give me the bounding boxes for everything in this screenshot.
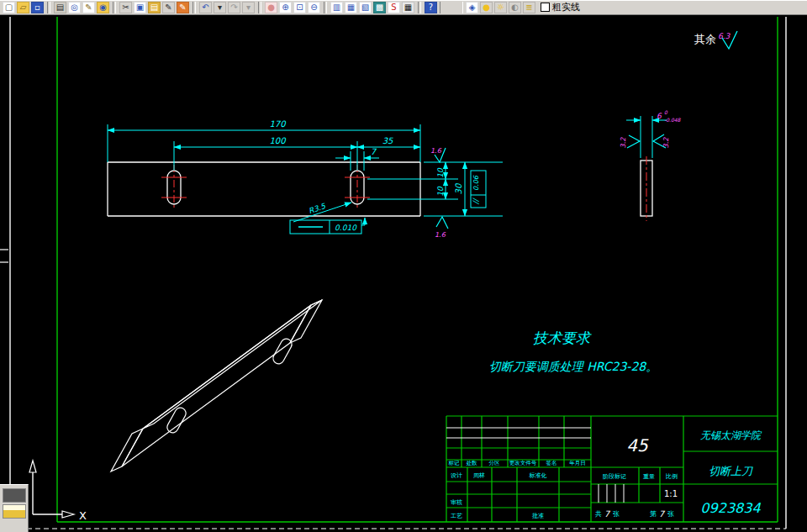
rev-header-count: 处数	[467, 460, 478, 466]
check-label: 审核	[451, 499, 462, 506]
publish-web-icon[interactable]: ◉	[97, 2, 109, 13]
drawing-sheet: 其余 6.3	[0, 17, 807, 532]
centerlines	[161, 165, 370, 210]
parallelism-frame: 0.06 //	[471, 171, 486, 208]
layer-color-swatch[interactable]	[541, 3, 550, 12]
surface-note-value: 6.3	[718, 32, 731, 40]
iso-slot-right	[272, 337, 294, 366]
layer-freeze-sun-icon[interactable]: ☼	[494, 2, 507, 13]
dim-radius: R3.5	[308, 202, 328, 215]
dim-length: 170	[269, 119, 287, 129]
sheet-page-prefix: 第	[650, 510, 657, 518]
rough-bottom-value: 1.6	[435, 231, 446, 239]
zoom-realtime-icon[interactable]: ⊕	[279, 2, 292, 13]
cut-icon[interactable]: ✂	[119, 2, 132, 13]
copy-icon[interactable]: ▣	[134, 2, 146, 13]
quick-calc-icon[interactable]: ▦	[402, 2, 414, 13]
sheet-total: 7	[604, 509, 611, 519]
organization-name: 无锡太湖学院	[700, 429, 762, 441]
undo-icon[interactable]: ↶	[199, 2, 212, 13]
standardization-label: 标准化	[529, 472, 547, 479]
layer-name-label[interactable]: 粗实线	[552, 1, 580, 13]
toolbar-separator	[440, 2, 463, 13]
cad-application-window: ▢▱▫▤◎✎◉✂▣▤✎✎↶▾↷▾●⊕⊡⊖▥▦▧▩S▦?◈●☼◐≣ 粗实线	[0, 0, 807, 532]
roughness-symbol-icon	[436, 217, 448, 229]
new-file-icon[interactable]: ▢	[3, 2, 15, 13]
dim-edge-offset: 35	[382, 136, 393, 145]
main-toolbar: ▢▱▫▤◎✎◉✂▣▤✎✎↶▾↷▾●⊕⊡⊖▥▦▧▩S▦?◈●☼◐≣ 粗实线	[0, 0, 807, 15]
dimension-lines	[108, 130, 465, 222]
toolbar-separator	[113, 2, 116, 13]
drawing-canvas[interactable]: 其余 6.3	[0, 17, 807, 532]
save-file-icon[interactable]: ▫	[31, 2, 44, 13]
part-name: 切断上刀	[709, 465, 753, 477]
properties-icon[interactable]: ▥	[330, 2, 343, 13]
process-label: 工艺	[451, 513, 462, 519]
redo-icon[interactable]: ↷	[228, 2, 240, 13]
dock-tool-icon[interactable]	[3, 488, 26, 503]
layer-on-bulb-icon[interactable]: ●	[480, 2, 493, 13]
layers-icon[interactable]: ◈	[466, 2, 478, 13]
paste-icon[interactable]: ▤	[148, 2, 161, 13]
design-signature: 周林	[473, 472, 485, 479]
ucs-icon: X	[29, 461, 87, 522]
toolbar-separator	[418, 2, 421, 13]
roughness-symbol-icon	[627, 135, 640, 148]
approve-label: 批准	[532, 513, 544, 519]
plot-style-icon[interactable]: ✎	[82, 2, 95, 13]
toolbar-separator	[324, 2, 327, 13]
rough-left-value: 3.2	[620, 137, 627, 149]
rev-header-file: 更改文件号	[509, 460, 537, 466]
dim-thickness: 6	[657, 112, 662, 120]
open-file-icon[interactable]: ▱	[17, 2, 29, 13]
undo-dropdown-icon[interactable]: ▾	[214, 2, 226, 13]
docked-panel	[0, 484, 29, 532]
parallelism-value: 0.06	[472, 175, 480, 191]
technical-requirements: 技术要求 切断刀要调质处理 HRC23-28。	[489, 329, 657, 373]
print-icon[interactable]: ▤	[54, 2, 66, 13]
flatness-value: 0.010	[335, 224, 357, 232]
surface-note-label: 其余	[694, 33, 716, 45]
redo-dropdown-icon[interactable]: ▾	[242, 2, 255, 13]
tech-req-title: 技术要求	[533, 329, 592, 346]
rev-header-sign: 签名	[546, 460, 557, 466]
toolbar-separator	[258, 2, 261, 13]
zoom-window-icon[interactable]: ⊡	[293, 2, 306, 13]
edit-block-icon[interactable]: ✎	[177, 2, 189, 13]
match-properties-icon[interactable]: ✎	[162, 2, 175, 13]
layer-selector[interactable]: 粗实线	[538, 1, 580, 13]
front-view: 170 100 35 7 10 10 30 R3.5 0.06 //	[108, 119, 503, 239]
isometric-view	[111, 300, 322, 471]
weight-label: 重量	[643, 473, 655, 480]
sheet-total-suffix: 张	[613, 510, 620, 518]
print-preview-icon[interactable]: ◎	[68, 2, 81, 13]
dim-thickness-upper: 0	[664, 109, 668, 115]
parallelism-symbol: //	[472, 198, 480, 205]
tech-req-line: 切断刀要调质处理 HRC23-28。	[489, 360, 657, 373]
help-icon[interactable]: ?	[425, 2, 437, 13]
block-attributes-icon[interactable]: S	[388, 2, 400, 13]
sheet-frame	[0, 17, 786, 532]
ucs-x-label: X	[79, 509, 87, 522]
dock-palette-icon[interactable]	[3, 504, 26, 519]
rev-header-zone: 分区	[489, 460, 501, 466]
rev-header-date: 年月日	[569, 460, 586, 466]
pan-icon[interactable]: ●	[265, 2, 277, 13]
side-view: 6 0 -0.048 3.2 3.2	[620, 109, 682, 221]
dim-thickness-lower: -0.048	[664, 117, 682, 123]
toolbar-separator	[193, 2, 196, 13]
dim-seg1: 10	[436, 167, 445, 178]
toolbar-separator	[47, 2, 50, 13]
sheet-set-manager-icon[interactable]: ▦	[345, 2, 357, 13]
layer-plot-icon[interactable]: ◐	[509, 2, 521, 13]
layer-lock-icon[interactable]: ≣	[523, 2, 535, 13]
drawing-number: 0923834	[700, 500, 761, 516]
rough-right-value: 3.2	[662, 137, 670, 149]
zoom-previous-icon[interactable]: ⊖	[308, 2, 320, 13]
flatness-frame: 0.010	[290, 218, 365, 234]
render-icon[interactable]: ▩	[373, 2, 386, 13]
markup-set-manager-icon[interactable]: ▧	[359, 2, 372, 13]
scale-label: 比例	[666, 473, 678, 480]
material-spec: 45	[626, 435, 649, 456]
scale-value: 1:1	[664, 489, 678, 498]
